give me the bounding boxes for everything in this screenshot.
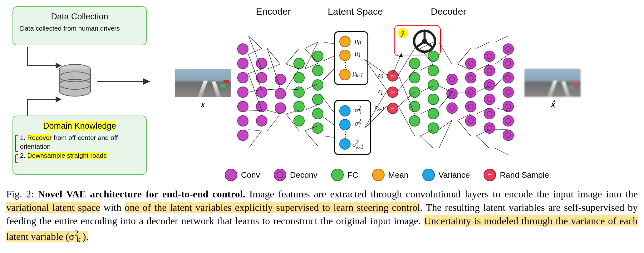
svg-line-39 [323, 56, 334, 61]
svg-marker-7 [144, 79, 149, 84]
svg-line-24 [286, 48, 299, 64]
svg-line-31 [305, 63, 318, 69]
svg-line-44 [365, 59, 387, 75]
svg-line-71 [439, 120, 452, 130]
output-xhat-label: x̂ [524, 99, 581, 110]
svg-line-15 [248, 36, 262, 69]
output-image-thumb [524, 69, 581, 97]
legend-fc: FC [331, 169, 358, 181]
svg-line-77 [458, 120, 471, 136]
svg-line-60 [420, 42, 433, 48]
svg-line-74 [458, 64, 471, 70]
data-collection-body: Data collected from human drivers [20, 24, 139, 33]
svg-line-87 [495, 108, 508, 111]
svg-line-89 [495, 148, 508, 155]
legend-deconv: Deconv [274, 169, 317, 181]
caption-t1: Image features are extracted through con… [245, 188, 638, 200]
legend-conv: Conv [225, 169, 260, 181]
domain-knowledge-title: Domain Knowledge [20, 121, 139, 131]
svg-line-46 [365, 59, 387, 91]
svg-line-12 [248, 110, 262, 111]
svg-line-23 [267, 48, 280, 89]
svg-line-41 [323, 98, 334, 112]
svg-line-25 [286, 64, 299, 69]
svg-line-16 [248, 55, 262, 90]
svg-line-65 [420, 48, 433, 64]
svg-line-21 [267, 110, 280, 114]
svg-line-85 [495, 55, 508, 64]
legend: Conv Deconv FC Mean Variance Rand Sample [225, 169, 625, 181]
caption-h1: variational latent space [6, 202, 100, 213]
svg-line-59 [398, 106, 415, 136]
svg-line-33 [305, 105, 318, 110]
input-image-thumb [175, 69, 231, 97]
svg-line-63 [420, 108, 433, 114]
caption-fig: Fig. 2: [6, 188, 38, 200]
red-bracket-icon [15, 135, 18, 152]
svg-line-26 [286, 69, 299, 89]
svg-marker-5 [56, 97, 61, 102]
svg-line-86 [495, 73, 508, 86]
legend-variance: Variance [422, 169, 470, 181]
svg-line-30 [305, 42, 318, 48]
svg-line-13 [248, 130, 262, 131]
data-collection-box: Data Collection Data collected from huma… [12, 6, 147, 45]
svg-line-14 [248, 131, 262, 148]
svg-line-20 [267, 89, 280, 90]
svg-line-38 [323, 42, 334, 44]
data-collection-title: Data Collection [20, 12, 139, 22]
svg-line-62 [420, 86, 433, 92]
input-x-label: x [175, 99, 231, 109]
svg-line-28 [286, 110, 299, 114]
svg-line-32 [305, 84, 318, 90]
caption-t2: with [100, 202, 125, 213]
svg-line-40 [323, 69, 334, 80]
dk-item2-prefix: 2. [20, 152, 27, 159]
svg-line-22 [267, 114, 280, 131]
svg-line-78 [476, 42, 489, 48]
svg-line-76 [458, 114, 471, 120]
svg-line-42 [323, 117, 334, 125]
svg-line-34 [305, 126, 318, 131]
dk-item1-hl: Recover [27, 134, 52, 141]
section-encoder: Encoder [256, 6, 291, 17]
domain-knowledge-title-hl: Domain Knowledge [43, 121, 116, 131]
svg-line-36 [305, 42, 318, 69]
vae-diagram: Encoder Latent Space Decoder x [175, 6, 638, 181]
svg-line-79 [476, 64, 489, 70]
svg-line-80 [476, 86, 489, 92]
dk-item2-hl: Downsample straight roads [27, 152, 106, 159]
caption-bold: Novel VAE architecture for end-to-end co… [38, 188, 245, 200]
section-latent: Latent Space [328, 6, 383, 17]
domain-knowledge-box: Domain Knowledge 1. Recover from off-cen… [12, 116, 147, 175]
svg-line-43 [323, 136, 334, 137]
svg-line-37 [305, 131, 318, 146]
svg-line-67 [439, 42, 452, 64]
red-bracket-icon [15, 154, 18, 163]
svg-line-29 [286, 114, 299, 131]
svg-line-18 [267, 48, 280, 64]
svg-line-73 [458, 48, 471, 64]
svg-line-55 [398, 48, 415, 75]
svg-line-66 [420, 136, 433, 148]
svg-line-72 [439, 120, 452, 148]
svg-line-83 [476, 136, 489, 148]
legend-rand: Rand Sample [484, 169, 549, 181]
svg-line-61 [420, 64, 433, 70]
svg-line-27 [286, 89, 299, 90]
svg-line-64 [420, 130, 433, 136]
svg-line-8 [248, 36, 262, 48]
svg-marker-4 [56, 63, 61, 68]
svg-line-10 [248, 69, 262, 73]
section-decoder: Decoder [431, 6, 466, 17]
legend-mean: Mean [372, 169, 409, 181]
svg-line-69 [439, 86, 452, 92]
svg-line-70 [439, 92, 452, 108]
pipeline-left: Data Collection Data collected from huma… [6, 6, 162, 181]
svg-line-82 [476, 130, 489, 136]
dk-item1-prefix: 1. [20, 134, 27, 141]
svg-line-81 [476, 108, 489, 114]
figure-caption: Fig. 2: Novel VAE architecture for end-t… [6, 187, 638, 245]
svg-line-84 [495, 36, 508, 42]
caption-h2: one of the latent variables explicitly s… [125, 202, 420, 213]
